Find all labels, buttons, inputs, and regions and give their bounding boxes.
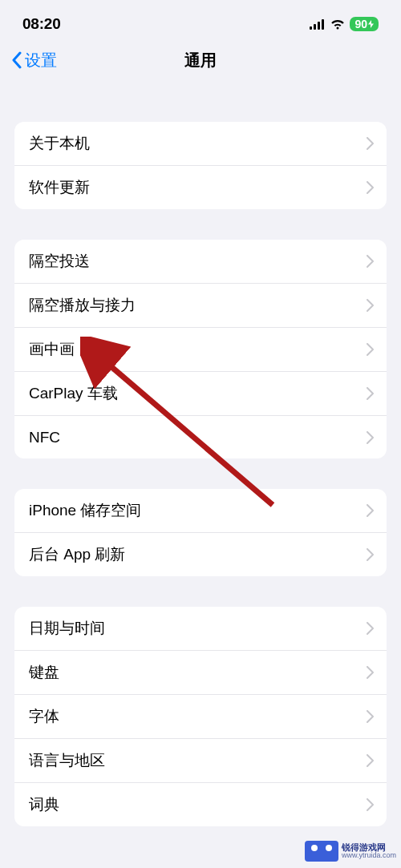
row-label: 字体 [29,706,59,727]
row-airdrop[interactable]: 隔空投送 [14,240,387,283]
watermark-url: www.ytruida.com [342,852,396,860]
chevron-right-icon [367,255,374,268]
row-date-time[interactable]: 日期与时间 [14,607,387,650]
chevron-right-icon [367,710,374,723]
chevron-right-icon [367,798,374,811]
row-airplay-handoff[interactable]: 隔空播放与接力 [14,283,387,327]
svg-rect-3 [322,19,324,30]
chevron-left-icon [11,51,22,69]
row-about[interactable]: 关于本机 [14,122,387,165]
row-label: 日期与时间 [29,618,105,639]
battery-badge: 90 [350,17,379,31]
watermark: 锐得游戏网 www.ytruida.com [305,841,396,862]
settings-group-0: 关于本机 软件更新 [14,122,387,209]
status-time: 08:20 [22,15,61,33]
wifi-icon [330,19,345,30]
row-keyboard[interactable]: 键盘 [14,650,387,694]
settings-content: 关于本机 软件更新 隔空投送 隔空播放与接力 画中画 CarPlay 车载 NF… [0,122,401,826]
page-title: 通用 [184,50,217,71]
svg-rect-2 [318,22,320,30]
chevron-right-icon [367,548,374,561]
row-carplay[interactable]: CarPlay 车载 [14,371,387,415]
chevron-right-icon [367,622,374,635]
chevron-right-icon [367,666,374,679]
row-label: 词典 [29,794,59,815]
row-label: 后台 App 刷新 [29,544,125,565]
back-button[interactable]: 设置 [11,50,57,71]
status-bar: 08:20 90 [0,0,401,40]
svg-rect-0 [310,26,312,30]
chevron-right-icon [367,754,374,767]
settings-group-2: iPhone 储存空间 后台 App 刷新 [14,489,387,576]
row-software-update[interactable]: 软件更新 [14,165,387,209]
row-label: 语言与地区 [29,750,105,771]
row-label: 关于本机 [29,133,90,154]
chevron-right-icon [367,181,374,194]
row-label: iPhone 储存空间 [29,500,141,521]
chevron-right-icon [367,504,374,517]
row-label: 画中画 [29,339,75,360]
svg-rect-1 [314,24,316,30]
row-language-region[interactable]: 语言与地区 [14,738,387,782]
row-label: CarPlay 车载 [29,383,118,404]
row-label: NFC [29,429,60,446]
watermark-logo [305,841,338,862]
chevron-right-icon [367,343,374,356]
row-label: 软件更新 [29,177,90,198]
row-picture-in-picture[interactable]: 画中画 [14,327,387,371]
nav-bar: 设置 通用 [0,40,401,83]
row-background-refresh[interactable]: 后台 App 刷新 [14,532,387,576]
row-label: 隔空投送 [29,251,90,272]
settings-group-3: 日期与时间 键盘 字体 语言与地区 词典 [14,607,387,826]
chevron-right-icon [367,137,374,150]
row-dictionary[interactable]: 词典 [14,782,387,826]
row-label: 隔空播放与接力 [29,295,136,316]
settings-group-1: 隔空投送 隔空播放与接力 画中画 CarPlay 车载 NFC [14,240,387,458]
row-nfc[interactable]: NFC [14,415,387,458]
chevron-right-icon [367,431,374,444]
row-iphone-storage[interactable]: iPhone 储存空间 [14,489,387,532]
back-label: 设置 [25,50,57,71]
chevron-right-icon [367,299,374,312]
status-indicators: 90 [310,17,379,31]
row-fonts[interactable]: 字体 [14,694,387,738]
row-label: 键盘 [29,662,59,683]
chevron-right-icon [367,387,374,400]
cellular-icon [310,19,326,30]
